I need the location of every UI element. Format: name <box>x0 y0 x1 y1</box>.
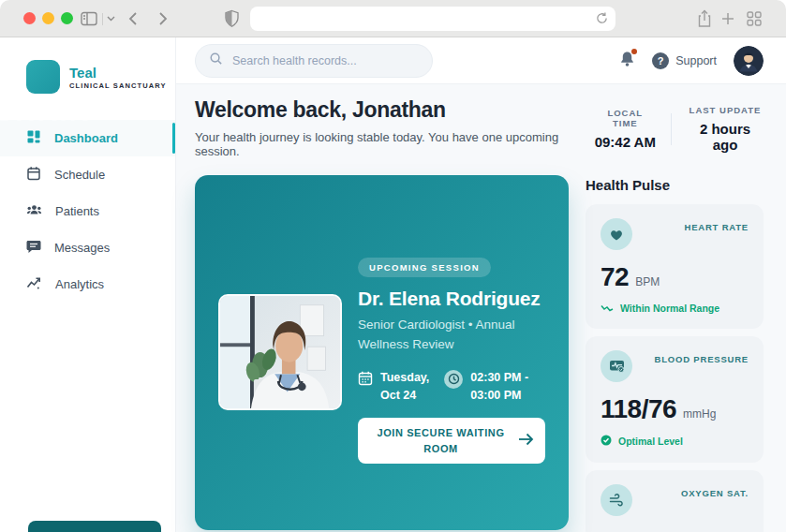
logo-title: Teal <box>69 65 167 81</box>
sidebar-item-label: Analytics <box>55 277 104 291</box>
header-stats: LOCAL TIME 09:42 AM LAST UPDATE 2 hours … <box>595 105 764 153</box>
zoom-window-button[interactable] <box>61 12 73 24</box>
metric-value: 72 <box>601 262 629 292</box>
upcoming-session-card: UPCOMING SESSION Dr. Elena Rodriguez Sen… <box>195 175 569 530</box>
metric-unit: BPM <box>635 275 660 288</box>
metric-status-text: Optimal Level <box>618 436 683 447</box>
page-title: Welcome back, Jonathan <box>195 97 595 123</box>
sidebar-item-schedule[interactable]: Schedule <box>0 156 175 193</box>
metric-label: BLOOD PRESSURE <box>655 354 749 364</box>
clock-icon <box>444 370 463 389</box>
url-bar[interactable] <box>250 7 615 31</box>
sidebar-item-label: Dashboard <box>54 131 118 145</box>
forward-button[interactable] <box>158 11 168 26</box>
reload-icon[interactable] <box>595 11 609 29</box>
topbar: ? Support <box>176 37 786 84</box>
sidebar-item-label: Schedule <box>54 168 105 182</box>
heart-icon <box>601 218 632 250</box>
notification-dot <box>631 49 637 54</box>
close-window-button[interactable] <box>23 12 36 24</box>
stats-divider <box>671 113 672 145</box>
dashboard-grid-icon <box>26 129 41 147</box>
metric-status: Optimal Level <box>601 435 749 448</box>
health-pulse-title: Health Pulse <box>586 177 764 193</box>
sidebar-item-dashboard[interactable]: Dashboard <box>0 120 175 156</box>
browser-window: SHRIN Teal CLINICAL SANCTUARY Dashb <box>0 0 786 532</box>
browser-chrome <box>0 0 786 37</box>
metric-label: OXYGEN SAT. <box>681 488 749 498</box>
calendar-icon <box>26 166 41 184</box>
trend-icon <box>601 303 614 314</box>
stat-label: LOCAL TIME <box>595 108 656 128</box>
logo-mark-icon <box>26 60 60 94</box>
new-tab-icon[interactable] <box>721 12 734 25</box>
app-logo: Teal CLINICAL SANCTUARY <box>0 37 175 97</box>
metric-value: 98 <box>601 528 629 532</box>
patients-icon <box>26 202 42 220</box>
metric-status: Within Normal Range <box>601 303 749 314</box>
join-button-label: JOIN SECURE WAITING ROOM <box>369 425 512 456</box>
join-waiting-room-button[interactable]: JOIN SECURE WAITING ROOM <box>358 418 545 464</box>
question-icon: ? <box>652 52 669 69</box>
calendar-icon <box>358 371 373 390</box>
session-date: Tuesday,Oct 24 <box>358 369 429 405</box>
upcoming-session-badge: UPCOMING SESSION <box>358 258 491 277</box>
doctor-role: Senior Cardiologist • Annual Wellness Re… <box>358 316 553 355</box>
session-time-text: 02:30 PM -03:00 PM <box>470 369 528 405</box>
start-consultation-button[interactable]: Start Consultation <box>28 521 161 532</box>
logo-subtitle: CLINICAL SANCTUARY <box>69 81 167 90</box>
shield-icon[interactable] <box>224 9 240 28</box>
stat-value: 09:42 AM <box>595 134 656 150</box>
chrome-divider <box>102 13 103 25</box>
search-bar[interactable] <box>195 44 433 78</box>
doctor-photo <box>218 294 342 410</box>
chevron-down-icon[interactable] <box>107 16 115 22</box>
search-icon <box>209 52 223 69</box>
metric-status-text: Within Normal Range <box>620 303 719 314</box>
check-circle-icon <box>601 435 612 448</box>
back-button[interactable] <box>128 11 138 26</box>
wind-icon <box>601 484 632 516</box>
blood-pressure-monitor-icon <box>601 350 632 382</box>
metric-label: HEART RATE <box>684 222 749 232</box>
stat-value: 2 hours ago <box>687 121 764 153</box>
support-button[interactable]: ? Support <box>652 52 717 69</box>
sidebar-item-label: Messages <box>54 241 110 255</box>
tab-overview-icon[interactable] <box>747 11 762 26</box>
sidebar-item-label: Patients <box>55 204 99 218</box>
doctor-name: Dr. Elena Rodriguez <box>358 288 553 310</box>
last-update-stat: LAST UPDATE 2 hours ago <box>687 105 764 153</box>
health-pulse-panel: Health Pulse HEART RATE <box>586 175 764 532</box>
oxygen-saturation-card: OXYGEN SAT. 98 % <box>586 470 764 532</box>
metric-value: 118/76 <box>601 394 676 424</box>
minimize-window-button[interactable] <box>42 12 54 24</box>
sidebar-nav: Dashboard Schedule <box>0 120 175 303</box>
sidebar-item-patients[interactable]: Patients <box>0 193 175 229</box>
search-input[interactable] <box>232 54 419 67</box>
notifications-button[interactable] <box>619 51 635 71</box>
blood-pressure-card: BLOOD PRESSURE 118/76 mmHg <box>586 336 764 463</box>
heart-rate-card: HEART RATE 72 BPM <box>586 204 764 329</box>
analytics-icon <box>26 275 42 293</box>
sidebar: SHRIN Teal CLINICAL SANCTUARY Dashb <box>0 37 176 532</box>
sidebar-item-messages[interactable]: Messages <box>0 229 175 266</box>
sidebar-toggle-icon[interactable] <box>81 11 97 26</box>
session-time: 02:30 PM -03:00 PM <box>444 369 528 405</box>
user-avatar[interactable] <box>734 46 764 76</box>
arrow-right-icon <box>518 433 534 449</box>
message-icon <box>26 239 41 257</box>
session-date-text: Tuesday,Oct 24 <box>380 369 429 405</box>
metric-unit: mmHg <box>683 407 716 421</box>
sidebar-item-analytics[interactable]: Analytics <box>0 266 175 303</box>
stat-label: LAST UPDATE <box>687 105 764 115</box>
page-subtitle: Your health journey is looking stable to… <box>195 130 595 158</box>
support-label: Support <box>675 54 717 67</box>
local-time-stat: LOCAL TIME 09:42 AM <box>595 108 656 150</box>
session-meta: Tuesday,Oct 24 02:30 PM -03:00 PM <box>358 369 553 405</box>
share-icon[interactable] <box>697 9 712 28</box>
